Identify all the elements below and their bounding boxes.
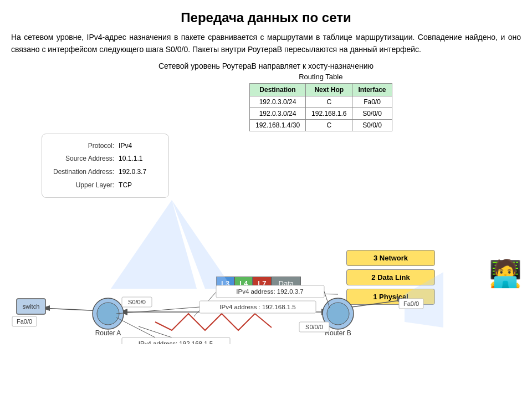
svg-marker-3	[42, 305, 50, 311]
svg-text:IPv4 address: 192.168.1.5: IPv4 address: 192.168.1.5	[139, 340, 213, 344]
svg-line-11	[194, 286, 222, 316]
svg-marker-0	[111, 200, 197, 289]
svg-text:Fa0/0: Fa0/0	[17, 318, 32, 325]
col-interface: Interface	[352, 83, 392, 96]
svg-marker-1	[172, 200, 233, 289]
routing-table-title: Routing Table	[249, 73, 392, 81]
svg-point-14	[97, 303, 119, 325]
pdu-data: Data	[272, 277, 301, 290]
svg-marker-5	[321, 309, 330, 315]
svg-line-10	[294, 293, 338, 294]
layer-3-btn: 3 Network	[346, 250, 435, 266]
svg-text:IPv4 address : 192.168.1.5: IPv4 address : 192.168.1.5	[219, 304, 295, 310]
svg-line-36	[116, 318, 155, 337]
table-row: 192.0.3.0/24192.168.1.6S0/0/0	[250, 108, 392, 119]
source-value: 10.1.1.1	[116, 152, 149, 166]
svg-text:S0/0/0: S0/0/0	[128, 299, 146, 305]
dest-value: 192.0.3.7	[116, 166, 149, 179]
page-title: Передача данных по сети	[0, 0, 532, 31]
packet-info-box: Protocol: IPv4 Source Address: 10.1.1.1 …	[42, 134, 169, 198]
pdu-l3: L3	[216, 277, 234, 290]
source-label: Source Address:	[51, 152, 116, 166]
pdu-l4: L4	[234, 277, 253, 290]
svg-line-12	[139, 326, 172, 337]
svg-line-37	[324, 291, 330, 308]
svg-rect-19	[17, 299, 45, 314]
svg-line-35	[116, 307, 200, 314]
layer-buttons: 3 Network 2 Data Link 1 Physical	[346, 250, 435, 305]
svg-rect-21	[12, 316, 37, 326]
diagram-subtitle: Сетевой уровень РоутераВ направляет к хо…	[0, 62, 532, 70]
layer-1-btn: 1 Physical	[346, 289, 435, 305]
svg-text:Router A: Router A	[95, 329, 121, 337]
col-nexthop: Next Hop	[306, 83, 352, 96]
protocol-label: Protocol:	[51, 140, 116, 153]
table-row: 192.168.1.4/30CS0/0/0	[250, 119, 392, 131]
upper-value: TCP	[116, 179, 149, 192]
svg-text:switch: switch	[23, 303, 40, 310]
svg-marker-6	[119, 309, 127, 315]
pdu-l7: L7	[253, 277, 271, 290]
svg-text:Router B: Router B	[325, 329, 351, 337]
upper-label: Upper Layer:	[51, 179, 116, 192]
table-row: 192.0.3.0/24CFa0/0	[250, 96, 392, 108]
pdu-row: L3 L4 L7 Data	[216, 277, 301, 290]
svg-line-2	[42, 308, 103, 311]
routing-table-container: Routing Table Destination Next Hop Inter…	[249, 73, 392, 131]
svg-rect-33	[122, 337, 230, 344]
svg-rect-31	[200, 301, 316, 313]
routing-table: Destination Next Hop Interface 192.0.3.0…	[249, 83, 392, 131]
protocol-value: IPv4	[116, 140, 149, 153]
svg-point-16	[327, 303, 349, 325]
user-computer-icon: 🧑‍💻	[489, 258, 522, 289]
svg-text:S0/0/0: S0/0/0	[305, 324, 323, 330]
svg-point-13	[93, 298, 124, 329]
layer-2-btn: 2 Data Link	[346, 269, 435, 285]
col-destination: Destination	[250, 83, 306, 96]
dest-label: Destination Address:	[51, 166, 116, 179]
description-text: На сетевом уровне, IPv4-адрес назначения…	[0, 31, 532, 62]
svg-rect-23	[122, 297, 152, 307]
svg-rect-25	[299, 322, 329, 332]
